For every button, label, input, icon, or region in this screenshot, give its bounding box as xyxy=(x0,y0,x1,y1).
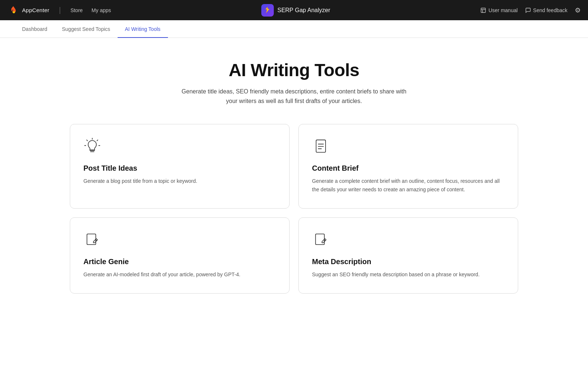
card-content-brief[interactable]: Content Brief Generate a complete conten… xyxy=(298,124,518,209)
page-title: AI Writing Tools xyxy=(70,60,518,80)
cards-grid: Post Title Ideas Generate a blog post ti… xyxy=(70,124,518,294)
tab-dashboard[interactable]: Dashboard xyxy=(15,20,55,38)
card-post-title-ideas[interactable]: Post Title Ideas Generate a blog post ti… xyxy=(70,124,290,209)
brand-name: AppCenter xyxy=(22,7,49,13)
chat-icon xyxy=(525,7,531,13)
card-article-genie[interactable]: Article Genie Generate an AI-modeled fir… xyxy=(70,217,290,294)
send-feedback-link[interactable]: Send feedback xyxy=(525,7,567,13)
card-meta-description-desc: Suggest an SEO friendly meta description… xyxy=(312,270,505,278)
card-article-genie-desc: Generate an AI-modeled first draft of yo… xyxy=(83,270,276,278)
card-article-genie-title: Article Genie xyxy=(83,258,276,266)
card-content-brief-desc: Generate a complete content brief with a… xyxy=(312,177,505,194)
app-name: SERP Gap Analyzer xyxy=(277,7,330,14)
svg-line-5 xyxy=(87,140,87,141)
edit-icon xyxy=(83,231,276,250)
nav-right-actions: User manual Send feedback ⚙ xyxy=(480,6,581,14)
nav-divider: | xyxy=(59,6,61,14)
card-post-title-ideas-title: Post Title Ideas xyxy=(83,164,276,173)
semrush-logo[interactable]: AppCenter xyxy=(7,4,49,16)
svg-rect-1 xyxy=(481,8,485,13)
card-content-brief-title: Content Brief xyxy=(312,164,505,173)
card-post-title-ideas-desc: Generate a blog post title from a topic … xyxy=(83,177,276,185)
edit-icon-2 xyxy=(312,231,505,250)
tab-ai-writing-tools[interactable]: AI Writing Tools xyxy=(118,20,168,38)
document-icon xyxy=(312,138,505,157)
page-subtitle: Generate title ideas, SEO friendly meta … xyxy=(176,87,412,106)
store-link[interactable]: Store xyxy=(71,7,83,13)
tabs-bar: Dashboard Suggest Seed Topics AI Writing… xyxy=(0,20,588,38)
my-apps-link[interactable]: My apps xyxy=(92,7,111,13)
tab-suggest-seed-topics[interactable]: Suggest Seed Topics xyxy=(55,20,118,38)
user-manual-link[interactable]: User manual xyxy=(480,7,517,13)
app-icon xyxy=(261,4,274,17)
book-icon xyxy=(480,7,486,13)
main-content: AI Writing Tools Generate title ideas, S… xyxy=(55,38,533,323)
settings-gear-icon[interactable]: ⚙ xyxy=(575,6,581,14)
lightbulb-icon xyxy=(83,138,276,157)
card-meta-description[interactable]: Meta Description Suggest an SEO friendly… xyxy=(298,217,518,294)
app-identifier: SERP Gap Analyzer xyxy=(120,4,472,17)
page-header: AI Writing Tools Generate title ideas, S… xyxy=(70,60,518,106)
svg-line-6 xyxy=(97,140,98,141)
navbar: AppCenter | Store My apps SERP Gap Analy… xyxy=(0,0,588,20)
card-meta-description-title: Meta Description xyxy=(312,258,505,266)
